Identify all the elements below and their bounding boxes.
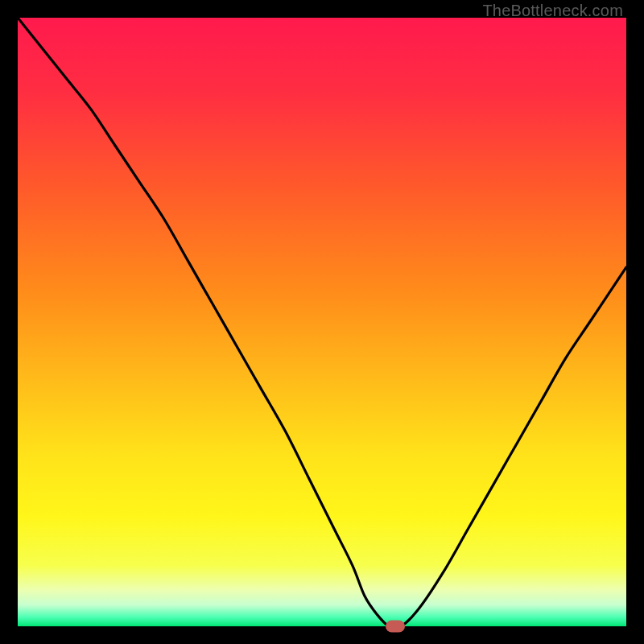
chart-frame bbox=[18, 18, 626, 626]
optimal-marker bbox=[386, 621, 405, 633]
bottleneck-chart bbox=[18, 18, 626, 626]
gradient-background bbox=[18, 18, 626, 626]
